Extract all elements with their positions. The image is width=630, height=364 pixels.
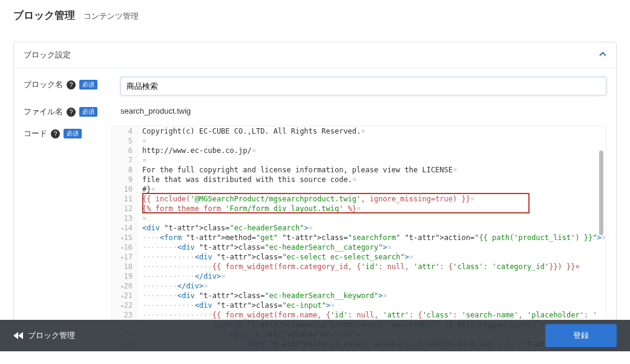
file-name-value: search_product.twig bbox=[120, 104, 606, 115]
scrollbar[interactable] bbox=[599, 151, 603, 235]
file-name-row: ファイル名 ? 必須 search_product.twig bbox=[24, 104, 606, 117]
card-title: ブロック設定 bbox=[24, 50, 71, 60]
editor-code[interactable]: Copyright(c) EC-CUBE CO.,LTD. All Rights… bbox=[139, 126, 606, 351]
card-body: ブロック名 ? 必須 ファイル名 ? 必須 search_product.twi… bbox=[14, 68, 616, 351]
code-editor[interactable]: 45678910111213▾14▾15▾16▾171819▾20▾21▾222… bbox=[111, 126, 606, 351]
block-name-input[interactable] bbox=[120, 77, 606, 96]
block-name-row: ブロック名 ? 必須 bbox=[24, 77, 606, 96]
back-button[interactable]: ブロック管理 bbox=[13, 330, 75, 341]
footer-bar: ブロック管理 登録 bbox=[0, 320, 630, 351]
required-badge: 必須 bbox=[79, 80, 97, 89]
file-name-label: ファイル名 bbox=[24, 106, 63, 117]
required-badge: 必須 bbox=[64, 129, 82, 138]
back-label: ブロック管理 bbox=[28, 330, 75, 341]
card-header[interactable]: ブロック設定 bbox=[14, 42, 616, 68]
rewind-icon bbox=[13, 332, 23, 339]
help-icon[interactable]: ? bbox=[51, 129, 60, 138]
code-label: コード bbox=[24, 128, 47, 139]
page-subtitle: コンテンツ管理 bbox=[84, 11, 139, 22]
editor-gutter: 45678910111213▾14▾15▾16▾171819▾20▾21▾222… bbox=[112, 126, 139, 351]
submit-button[interactable]: 登録 bbox=[545, 324, 617, 347]
page-title: ブロック管理 bbox=[13, 8, 75, 22]
help-icon[interactable]: ? bbox=[67, 108, 76, 117]
help-icon[interactable]: ? bbox=[67, 80, 76, 89]
chevron-up-icon bbox=[599, 51, 606, 60]
code-row: コード ? 必須 45678910111213▾14▾15▾16▾171819▾… bbox=[24, 126, 606, 351]
block-name-label: ブロック名 bbox=[24, 79, 63, 90]
page-header: ブロック管理 コンテンツ管理 bbox=[0, 0, 630, 31]
required-badge: 必須 bbox=[79, 107, 97, 117]
block-settings-card: ブロック設定 ブロック名 ? 必須 ファイル名 ? 必須 search_prod… bbox=[13, 42, 617, 351]
